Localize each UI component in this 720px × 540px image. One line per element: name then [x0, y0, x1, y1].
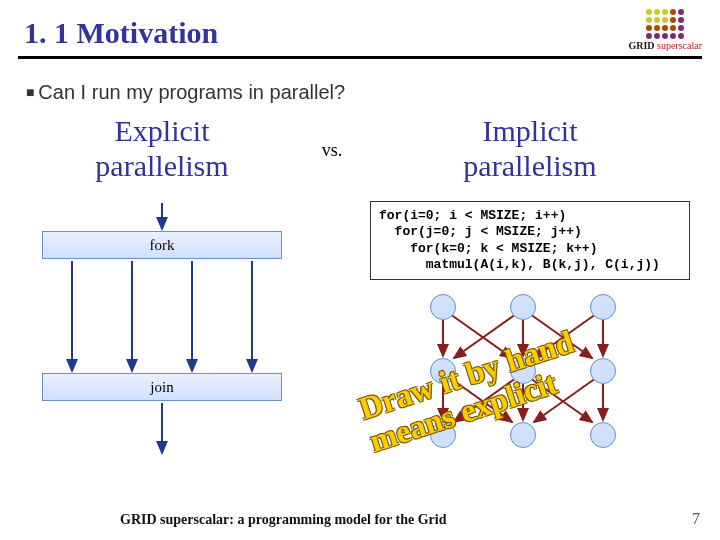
two-column-body: Explicit parallelism fork [0, 104, 720, 464]
logo-text: GRID superscalar [628, 40, 702, 51]
footer-text: GRID superscalar: a programming model fo… [120, 512, 447, 528]
vs-label: vs. [302, 114, 362, 161]
svg-line-11 [454, 314, 516, 358]
svg-line-17 [530, 378, 592, 422]
logo-brand: GRID [628, 40, 654, 51]
join-label: join [150, 379, 173, 396]
explicit-column: Explicit parallelism fork [22, 114, 302, 461]
slide-title: 1. 1 Motivation [0, 0, 720, 56]
dag-node [430, 358, 456, 384]
dag-node [430, 422, 456, 448]
code-snippet: for(i=0; i < MSIZE; i++) for(j=0; j < MS… [370, 201, 690, 280]
dependency-dag [380, 284, 680, 464]
svg-line-19 [534, 378, 596, 422]
dag-node [590, 422, 616, 448]
implicit-column: Implicit parallelism for(i=0; i < MSIZE;… [362, 114, 698, 464]
fork-label: fork [150, 237, 175, 254]
dag-node [590, 358, 616, 384]
implicit-heading: Implicit parallelism [362, 114, 698, 183]
dag-node [510, 422, 536, 448]
explicit-heading-line1: Explicit [115, 114, 210, 147]
explicit-heading: Explicit parallelism [22, 114, 302, 183]
implicit-heading-line2: parallelism [463, 149, 596, 182]
dag-node [590, 294, 616, 320]
logo-dot-grid [628, 8, 702, 40]
dag-node [510, 358, 536, 384]
svg-line-18 [454, 378, 516, 422]
svg-line-12 [534, 314, 596, 358]
logo-sub: superscalar [657, 40, 702, 51]
dag-node [510, 294, 536, 320]
dag-node [430, 294, 456, 320]
brand-logo: GRID superscalar [628, 8, 702, 51]
fork-bar: fork [42, 231, 282, 259]
page-number: 7 [692, 510, 700, 528]
implicit-heading-line1: Implicit [483, 114, 578, 147]
bullet-question: Can I run my programs in parallel? [0, 59, 720, 104]
svg-line-16 [450, 378, 512, 422]
svg-line-9 [450, 314, 512, 358]
join-bar: join [42, 373, 282, 401]
fork-join-diagram: fork join [42, 201, 282, 461]
explicit-heading-line2: parallelism [95, 149, 228, 182]
svg-line-10 [530, 314, 592, 358]
